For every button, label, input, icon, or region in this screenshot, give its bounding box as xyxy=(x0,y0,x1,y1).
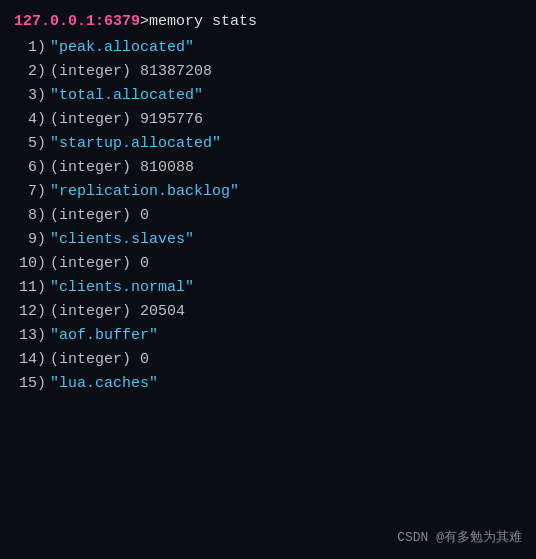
output-line: 9)"clients.slaves" xyxy=(14,228,522,252)
output-line: 10)(integer) 0 xyxy=(14,252,522,276)
output-line: 7)"replication.backlog" xyxy=(14,180,522,204)
integer-type-label: (integer) xyxy=(50,255,140,272)
integer-type-label: (integer) xyxy=(50,351,140,368)
prompt-line: 127.0.0.1:6379 > memory stats xyxy=(14,10,522,34)
output-line: 11)"clients.normal" xyxy=(14,276,522,300)
output-line: 4)(integer) 9195776 xyxy=(14,108,522,132)
line-number: 11) xyxy=(14,276,50,300)
line-number: 13) xyxy=(14,324,50,348)
string-value: "lua.caches" xyxy=(50,372,158,396)
line-number: 9) xyxy=(14,228,50,252)
output-line: 5)"startup.allocated" xyxy=(14,132,522,156)
output-line: 15)"lua.caches" xyxy=(14,372,522,396)
output-line: 1)"peak.allocated" xyxy=(14,36,522,60)
integer-value: 9195776 xyxy=(140,111,203,128)
string-value: "startup.allocated" xyxy=(50,132,221,156)
line-number: 2) xyxy=(14,60,50,84)
string-value: "clients.normal" xyxy=(50,276,194,300)
output-line: 2)(integer) 81387208 xyxy=(14,60,522,84)
integer-type-label: (integer) xyxy=(50,303,140,320)
prompt-command: memory stats xyxy=(149,10,257,34)
prompt-separator: > xyxy=(140,10,149,34)
string-value: "clients.slaves" xyxy=(50,228,194,252)
string-value: "peak.allocated" xyxy=(50,36,194,60)
integer-line: (integer) 20504 xyxy=(50,300,185,324)
integer-line: (integer) 9195776 xyxy=(50,108,203,132)
line-number: 7) xyxy=(14,180,50,204)
integer-line: (integer) 0 xyxy=(50,252,149,276)
output-line: 14)(integer) 0 xyxy=(14,348,522,372)
line-number: 15) xyxy=(14,372,50,396)
output-line: 12)(integer) 20504 xyxy=(14,300,522,324)
watermark: CSDN @有多勉为其难 xyxy=(397,528,522,549)
string-value: "aof.buffer" xyxy=(50,324,158,348)
line-number: 1) xyxy=(14,36,50,60)
output-line: 13)"aof.buffer" xyxy=(14,324,522,348)
integer-line: (integer) 810088 xyxy=(50,156,194,180)
integer-type-label: (integer) xyxy=(50,207,140,224)
integer-type-label: (integer) xyxy=(50,63,140,80)
line-number: 3) xyxy=(14,84,50,108)
line-number: 6) xyxy=(14,156,50,180)
integer-line: (integer) 81387208 xyxy=(50,60,212,84)
line-number: 10) xyxy=(14,252,50,276)
integer-line: (integer) 0 xyxy=(50,204,149,228)
line-number: 4) xyxy=(14,108,50,132)
string-value: "replication.backlog" xyxy=(50,180,239,204)
line-number: 14) xyxy=(14,348,50,372)
integer-value: 0 xyxy=(140,351,149,368)
line-number: 5) xyxy=(14,132,50,156)
terminal-window: 127.0.0.1:6379 > memory stats 1)"peak.al… xyxy=(0,0,536,559)
integer-value: 810088 xyxy=(140,159,194,176)
output-line: 8)(integer) 0 xyxy=(14,204,522,228)
integer-value: 81387208 xyxy=(140,63,212,80)
integer-value: 0 xyxy=(140,207,149,224)
line-number: 8) xyxy=(14,204,50,228)
output-line: 6)(integer) 810088 xyxy=(14,156,522,180)
integer-line: (integer) 0 xyxy=(50,348,149,372)
output-line: 3)"total.allocated" xyxy=(14,84,522,108)
string-value: "total.allocated" xyxy=(50,84,203,108)
integer-type-label: (integer) xyxy=(50,159,140,176)
integer-type-label: (integer) xyxy=(50,111,140,128)
integer-value: 20504 xyxy=(140,303,185,320)
integer-value: 0 xyxy=(140,255,149,272)
output-container: 1)"peak.allocated"2)(integer) 813872083)… xyxy=(14,36,522,396)
prompt-host: 127.0.0.1:6379 xyxy=(14,10,140,34)
line-number: 12) xyxy=(14,300,50,324)
